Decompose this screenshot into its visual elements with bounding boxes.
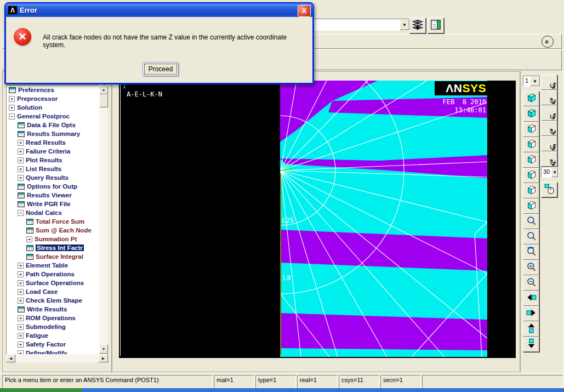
zoom-in-button[interactable]: +	[523, 260, 539, 275]
rotate-x-ccw-button[interactable]: ↺X	[541, 75, 557, 90]
zoom-out-button[interactable]: −	[523, 275, 539, 291]
expand-icon[interactable]: +	[18, 315, 24, 321]
back-up-zoom-button[interactable]	[523, 245, 539, 260]
right-view-button[interactable]	[523, 198, 539, 214]
front-view-button[interactable]	[523, 122, 539, 137]
expand-icon[interactable]: +	[18, 324, 24, 330]
rotate-z-cw-button[interactable]: ↻Z	[541, 151, 557, 167]
pan-right-button[interactable]	[523, 306, 539, 321]
chevron-down-icon[interactable]: ▼	[530, 76, 540, 86]
tree-item-results-viewer[interactable]: Results Viewer	[7, 191, 100, 200]
expand-icon[interactable]: +	[18, 263, 24, 269]
expand-icon[interactable]: +	[18, 166, 24, 172]
tree-item-query-results[interactable]: +Query Results	[7, 173, 100, 182]
tree-item-data-file-opts[interactable]: Data & File Opts	[7, 121, 100, 129]
tree-item-submodeling[interactable]: +Submodeling	[7, 322, 100, 331]
collapse-icon[interactable]: −	[18, 210, 24, 216]
expand-icon[interactable]: +	[18, 289, 24, 295]
rotate-rate-combo[interactable]: 30▼	[541, 167, 559, 178]
chevron-down-icon[interactable]: ▼	[400, 19, 409, 30]
table-icon[interactable]	[18, 184, 25, 190]
table-icon[interactable]	[18, 122, 25, 128]
pan-down-button[interactable]	[523, 337, 539, 352]
tree-item-check-elem-shape[interactable]: +Check Elem Shape	[7, 296, 100, 305]
tree-item-preferences[interactable]: Preferences	[7, 86, 100, 94]
rotate-z-ccw-button[interactable]: ↺Z	[541, 136, 557, 151]
tree-item-preprocessor[interactable]: +Preprocessor	[7, 94, 100, 103]
tree-item-load-case[interactable]: +Load Case	[7, 287, 100, 296]
tree-item-write-pgr-file[interactable]: Write PGR File	[7, 200, 100, 208]
proceed-button[interactable]: Proceed	[143, 62, 179, 76]
scroll-down-icon[interactable]: ▼	[99, 344, 108, 354]
table-icon[interactable]	[18, 192, 25, 198]
graphics-canvas[interactable]: 1 A-E-L-K-N	[119, 81, 516, 358]
back-view-button[interactable]	[523, 137, 539, 152]
menu-vscrollbar[interactable]: ▲ ▼	[99, 85, 108, 354]
table-icon[interactable]	[18, 306, 25, 313]
close-button[interactable]: X	[298, 5, 311, 17]
expand-icon[interactable]: +	[26, 236, 32, 242]
rotate-y-cw-button[interactable]: ↻Y	[541, 121, 557, 136]
tree-item-safety-factor[interactable]: +Safety Factor	[7, 340, 100, 349]
rotate-y-ccw-button[interactable]: ↺Y	[541, 105, 557, 121]
tree-item-summation-pt[interactable]: +Summation Pt	[7, 235, 100, 243]
expand-icon[interactable]: +	[9, 105, 15, 111]
table-icon[interactable]	[26, 219, 33, 225]
tree-item-list-results[interactable]: +List Results	[7, 164, 100, 173]
tree-item-plot-results[interactable]: +Plot Results	[7, 156, 100, 164]
tree-item-sum-each-node[interactable]: Sum @ Each Node	[7, 226, 100, 235]
rotate-x-cw-button[interactable]: ↻X	[541, 90, 557, 105]
bottom-view-button[interactable]	[523, 168, 539, 183]
table-icon[interactable]	[18, 131, 25, 137]
table-icon[interactable]	[26, 254, 33, 260]
error-dialog-titlebar[interactable]: Λ Error X	[5, 3, 313, 17]
expand-icon[interactable]: +	[9, 96, 15, 102]
tree-item-stress-int-factr[interactable]: Stress Int Factr	[7, 243, 100, 252]
expand-icon[interactable]: +	[18, 175, 24, 181]
tree-item-path-operations[interactable]: +Path Operations	[7, 270, 100, 279]
dynamic-mode-button[interactable]	[541, 182, 557, 197]
vscroll-thumb[interactable]	[99, 94, 108, 107]
expand-icon[interactable]: +	[18, 298, 24, 304]
scroll-up-icon[interactable]: ▲	[99, 85, 108, 94]
scroll-right-icon[interactable]: ▶	[99, 354, 108, 362]
oblique-view-button[interactable]	[523, 106, 539, 122]
tree-item-read-results[interactable]: +Read Results	[7, 138, 100, 147]
table-icon[interactable]	[18, 201, 25, 207]
table-icon[interactable]	[26, 245, 33, 251]
tree-item-rom-operations[interactable]: +ROM Operations	[7, 314, 100, 322]
expand-icon[interactable]: +	[18, 140, 24, 146]
expand-icon[interactable]: +	[18, 342, 24, 348]
tree-item-element-table[interactable]: +Element Table	[7, 261, 100, 270]
pan-up-button[interactable]	[523, 321, 539, 337]
fit-view-button[interactable]	[523, 214, 539, 229]
tree-item-write-results[interactable]: Write Results	[7, 305, 100, 314]
panel-dialog-button[interactable]	[428, 18, 444, 33]
tree-item-surface-operations[interactable]: +Surface Operations	[7, 279, 100, 287]
expand-icon[interactable]: +	[18, 333, 24, 339]
top-view-button[interactable]	[523, 152, 539, 168]
tree-item-total-force-sum[interactable]: Total Force Sum	[7, 217, 100, 226]
chevron-down-icon[interactable]: ▼	[551, 167, 558, 177]
tree-item-failure-criteria[interactable]: +Failure Criteria	[7, 147, 100, 156]
tree-item-results-summary[interactable]: Results Summary	[7, 129, 100, 138]
scroll-left-icon[interactable]: ◀	[6, 354, 15, 362]
tree-item-surface-integral[interactable]: Surface Integral	[7, 252, 100, 261]
tree-item-general-postproc[interactable]: −General Postproc	[7, 112, 100, 121]
expand-icon[interactable]: +	[18, 271, 24, 277]
zoom-button[interactable]	[523, 229, 539, 245]
view-number-combo[interactable]: 1▼	[523, 76, 540, 87]
tree-item-options-for-outp[interactable]: Options for Outp	[7, 182, 100, 191]
start-button[interactable]	[0, 388, 82, 392]
stack-control-button[interactable]	[409, 18, 426, 33]
tree-item-nodal-calcs[interactable]: −Nodal Calcs	[7, 208, 100, 217]
tree-item-solution[interactable]: +Solution	[7, 103, 100, 112]
pan-left-button[interactable]	[523, 291, 539, 306]
table-icon[interactable]	[9, 87, 16, 93]
left-view-button[interactable]	[523, 183, 539, 198]
expand-icon[interactable]: +	[18, 157, 24, 163]
tree-item-fatigue[interactable]: +Fatigue	[7, 331, 100, 340]
iso-view-button[interactable]	[523, 91, 539, 106]
collapse-icon[interactable]: −	[9, 113, 15, 120]
menu-hscrollbar[interactable]: ◀ ▶	[6, 354, 108, 362]
